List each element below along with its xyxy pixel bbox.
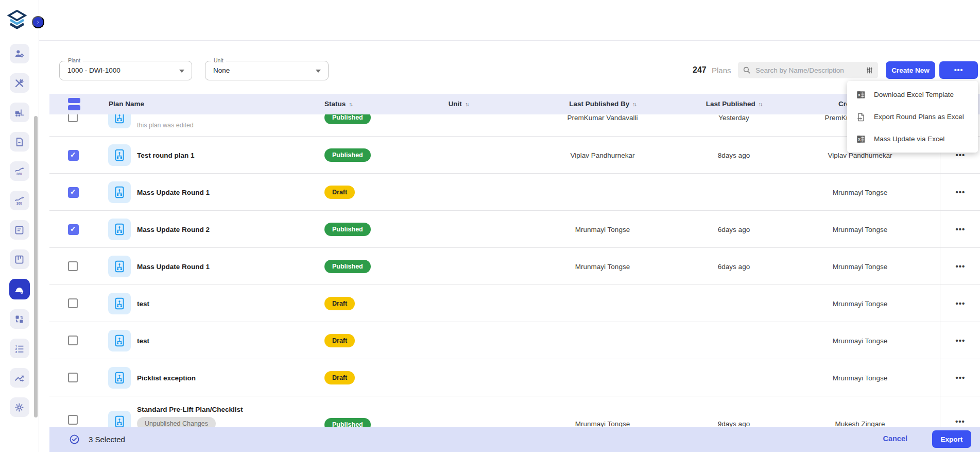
sidebar-items: 360360123 bbox=[0, 44, 39, 417]
sidebar-item-split[interactable] bbox=[10, 368, 29, 388]
sidebar-item-forklift[interactable] bbox=[10, 103, 29, 122]
status-badge: Published bbox=[324, 260, 371, 273]
sort-icon[interactable]: ↑↓ bbox=[349, 101, 352, 107]
column-header-unit[interactable]: Unit↑↓ bbox=[427, 94, 489, 114]
last-published-by-cell: PremKumar Vandavalli bbox=[520, 114, 685, 122]
sidebar-item-documents[interactable] bbox=[10, 132, 29, 152]
cancel-button[interactable]: Cancel bbox=[880, 434, 910, 443]
row-more-actions-icon[interactable]: ••• bbox=[955, 419, 965, 424]
row-more-actions-icon[interactable]: ••• bbox=[956, 338, 966, 343]
row-more-actions-icon[interactable]: ••• bbox=[956, 375, 966, 380]
row-checkbox[interactable] bbox=[68, 114, 78, 122]
row-more-actions-icon[interactable]: ••• bbox=[956, 301, 966, 306]
plan-name[interactable]: Mass Update Round 1 bbox=[137, 189, 210, 196]
column-header-lp[interactable]: Last Published↑↓ bbox=[685, 94, 783, 114]
created-by-cell: Mrunmayi Tongse bbox=[783, 189, 937, 196]
plan-document-icon bbox=[108, 293, 131, 314]
created-by-cell: Mukesh Zingare bbox=[783, 420, 937, 427]
status-badge: Draft bbox=[324, 297, 355, 310]
sidebar-item-ordered-list[interactable]: 123 bbox=[10, 339, 29, 358]
hard-hat-icon bbox=[14, 284, 25, 295]
sidebar-item-swap[interactable] bbox=[10, 309, 29, 329]
plan-name[interactable]: Standard Pre-Lift Plan/Checklist bbox=[137, 406, 243, 413]
row-checkbox[interactable] bbox=[68, 150, 79, 161]
plan-name[interactable]: test bbox=[137, 337, 149, 345]
row-checkbox[interactable] bbox=[68, 298, 78, 308]
row-actions: ••• bbox=[940, 174, 980, 211]
column-header-label: Last Published bbox=[706, 100, 755, 108]
row-actions: ••• bbox=[940, 359, 980, 396]
row-checkbox[interactable] bbox=[68, 187, 79, 198]
last-published-by-cell: Mrunmayi Tongse bbox=[520, 226, 685, 233]
row-checkbox[interactable] bbox=[68, 415, 78, 425]
sidebar-item-user-settings[interactable] bbox=[10, 44, 29, 63]
plant-select[interactable]: Plant 1000 - DWI-1000 bbox=[59, 61, 192, 80]
menu-item-download-excel-template[interactable]: XDownload Excel Template bbox=[847, 83, 978, 106]
plan-document-icon bbox=[108, 144, 131, 166]
more-actions-button[interactable]: ••• bbox=[939, 61, 978, 79]
menu-item-export-round-plans-as-excel[interactable]: Export Round Plans as Excel bbox=[847, 106, 978, 128]
table-row: Standard Pre-Lift Plan/ChecklistUnpublis… bbox=[49, 396, 980, 427]
svg-text:360: 360 bbox=[16, 172, 22, 175]
plan-name[interactable]: Mass Update Round 2 bbox=[137, 226, 210, 233]
plan-name[interactable]: Mass Update Round 1 bbox=[137, 263, 210, 271]
row-more-actions-icon[interactable]: ••• bbox=[956, 227, 966, 232]
sort-icon[interactable]: ↑↓ bbox=[465, 101, 469, 107]
sidebar-item-insights-360[interactable]: 360 bbox=[10, 161, 29, 181]
plan-name[interactable]: test bbox=[137, 300, 149, 308]
table-row: Mass Update Round 1PublishedMrunmayi Ton… bbox=[49, 248, 980, 285]
plan-name[interactable]: Test round plan 1 bbox=[137, 152, 195, 159]
svg-text:360: 360 bbox=[16, 201, 22, 205]
sidebar-item-settings[interactable] bbox=[10, 397, 29, 417]
document-icon bbox=[14, 137, 25, 147]
column-header-label: Last Published By bbox=[569, 100, 629, 108]
filter-tune-icon[interactable] bbox=[865, 66, 874, 75]
last-published-by-cell: Mrunmayi Tongse bbox=[520, 263, 685, 271]
column-header-lpb[interactable]: Last Published By↑↓ bbox=[520, 94, 685, 114]
export-button[interactable]: Export bbox=[932, 430, 971, 448]
table-row: Test round plan 1PublishedViplav Pandhur… bbox=[49, 137, 980, 174]
last-published-cell: 9days ago bbox=[685, 420, 783, 427]
sidebar-item-tools[interactable] bbox=[10, 73, 29, 93]
table-row: testDraftMrunmayi Tongse••• bbox=[49, 285, 980, 322]
unit-select[interactable]: Unit None bbox=[205, 61, 329, 80]
table-body: this plan was editedPublishedPremKumar V… bbox=[49, 114, 980, 452]
created-by-cell: Mrunmayi Tongse bbox=[783, 374, 937, 382]
sidebar-scrollbar[interactable] bbox=[34, 116, 38, 417]
sidebar-item-kanban[interactable] bbox=[10, 249, 29, 269]
plan-document-icon bbox=[108, 219, 131, 240]
sort-icon[interactable]: ↑↓ bbox=[759, 101, 762, 107]
menu-item-mass-update-via-excel[interactable]: XMass Update via Excel bbox=[847, 128, 978, 150]
top-header bbox=[39, 0, 980, 41]
plan-document-icon bbox=[108, 330, 131, 351]
last-published-cell: 6days ago bbox=[685, 263, 783, 271]
row-checkbox[interactable] bbox=[68, 373, 78, 382]
table-row: Mass Update Round 2PublishedMrunmayi Ton… bbox=[49, 211, 980, 248]
table-row: this plan was editedPublishedPremKumar V… bbox=[49, 114, 980, 137]
create-new-button[interactable]: Create New bbox=[886, 61, 935, 79]
row-more-actions-icon[interactable]: ••• bbox=[956, 190, 966, 195]
select-all-checkbox[interactable] bbox=[68, 98, 80, 110]
row-actions: ••• bbox=[940, 322, 980, 359]
sidebar-expand-button[interactable] bbox=[32, 16, 44, 28]
sort-icon[interactable]: ↑↓ bbox=[632, 101, 636, 107]
column-header-status[interactable]: Status↑↓ bbox=[324, 94, 352, 114]
row-actions: ••• bbox=[940, 285, 980, 322]
row-checkbox[interactable] bbox=[68, 224, 79, 235]
row-checkbox[interactable] bbox=[68, 336, 78, 345]
row-checkbox[interactable] bbox=[68, 261, 78, 271]
created-by-cell: Mrunmayi Tongse bbox=[783, 300, 937, 308]
created-by-cell: Mrunmayi Tongse bbox=[783, 226, 937, 233]
chevron-down-icon bbox=[316, 70, 321, 73]
sidebar-item-forms[interactable] bbox=[10, 220, 29, 240]
row-more-actions-icon[interactable]: ••• bbox=[956, 264, 966, 269]
sidebar-item-analytics-360[interactable]: 360 bbox=[10, 191, 29, 210]
row-more-actions-icon[interactable]: ••• bbox=[956, 153, 966, 158]
search-input[interactable] bbox=[754, 66, 862, 75]
gear-icon bbox=[14, 402, 25, 413]
plan-name[interactable]: Picklist exception bbox=[137, 374, 196, 382]
chevron-down-icon bbox=[179, 70, 184, 73]
status-badge: Draft bbox=[324, 334, 355, 347]
sidebar-item-operator-rounds[interactable] bbox=[9, 279, 30, 299]
left-sidebar: 360360123 bbox=[0, 0, 39, 452]
